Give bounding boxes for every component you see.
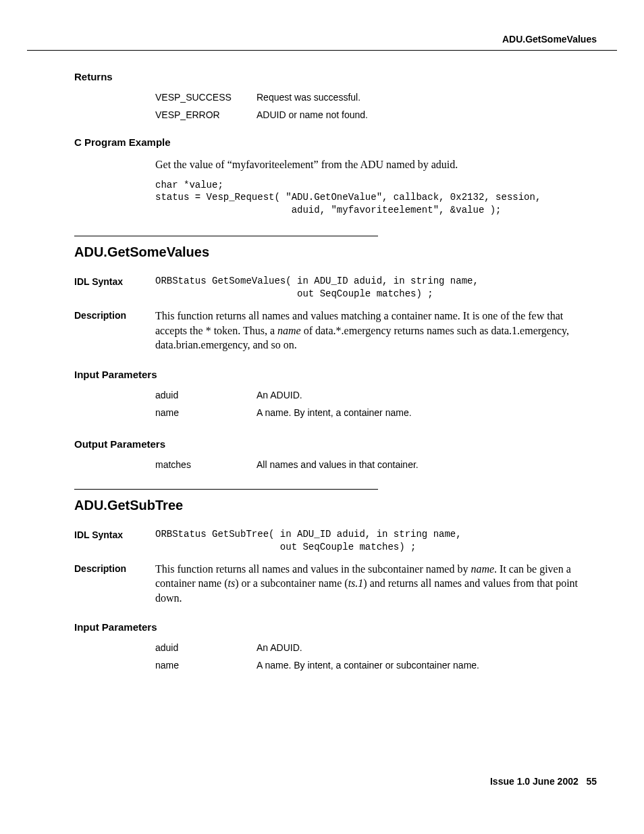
footer-page: 55	[586, 776, 597, 787]
param-key: aduid	[155, 642, 257, 653]
description-label: Description	[74, 309, 155, 321]
idl-syntax-code: ORBStatus GetSubTree( in ADU_ID aduid, i…	[155, 528, 590, 554]
desc-em: ts.1	[348, 577, 364, 589]
input-params-table: aduid An ADUID. name A name. By intent, …	[155, 390, 617, 418]
returns-table: VESP_SUCCESS Request was successful. VES…	[155, 92, 617, 120]
getsubtree-title: ADU.GetSubTree	[74, 498, 617, 513]
output-params-heading: Output Parameters	[74, 438, 617, 450]
page-header-title: ADU.GetSomeValues	[27, 34, 617, 51]
param-val: An ADUID.	[257, 642, 617, 653]
description-text: This function returns all names and valu…	[155, 562, 590, 606]
return-key: VESP_SUCCESS	[155, 92, 257, 103]
param-key: name	[155, 660, 257, 671]
table-row: aduid An ADUID.	[155, 390, 617, 400]
param-val: All names and values in that container.	[257, 459, 617, 470]
returns-heading: Returns	[74, 71, 617, 82]
return-val: ADUID or name not found.	[257, 109, 617, 120]
param-val: A name. By intent, a container or subcon…	[257, 660, 617, 671]
description-label: Description	[74, 562, 155, 574]
table-row: name A name. By intent, a container name…	[155, 407, 617, 418]
return-val: Request was successful.	[257, 92, 617, 103]
output-params-table: matches All names and values in that con…	[155, 459, 617, 470]
param-val: A name. By intent, a container name.	[257, 407, 617, 418]
table-row: VESP_ERROR ADUID or name not found.	[155, 109, 617, 120]
desc-em: name	[277, 325, 301, 336]
idl-syntax-label: IDL Syntax	[74, 528, 155, 540]
param-key: name	[155, 407, 257, 418]
description-row: Description This function returns all na…	[74, 562, 590, 606]
page: ADU.GetSomeValues Returns VESP_SUCCESS R…	[0, 0, 644, 834]
input-params-table: aduid An ADUID. name A name. By intent, …	[155, 642, 617, 671]
section-divider	[74, 236, 378, 236]
table-row: name A name. By intent, a container or s…	[155, 660, 617, 671]
description-row: Description This function returns all na…	[74, 309, 590, 353]
return-key: VESP_ERROR	[155, 109, 257, 120]
idl-syntax-label: IDL Syntax	[74, 275, 155, 287]
idl-syntax-row: IDL Syntax ORBStatus GetSomeValues( in A…	[74, 275, 590, 301]
idl-syntax-row: IDL Syntax ORBStatus GetSubTree( in ADU_…	[74, 528, 590, 554]
desc-em: name	[471, 563, 494, 575]
getsomevalues-title: ADU.GetSomeValues	[74, 244, 617, 260]
section-divider	[74, 489, 378, 490]
desc-em: ts	[228, 577, 236, 589]
input-params-heading: Input Parameters	[74, 369, 617, 380]
table-row: matches All names and values in that con…	[155, 459, 617, 470]
c-example-heading: C Program Example	[74, 136, 617, 148]
c-example-intro: Get the value of “myfavoriteelement” fro…	[155, 157, 590, 172]
idl-syntax-code: ORBStatus GetSomeValues( in ADU_ID aduid…	[155, 275, 590, 301]
page-footer: Issue 1.0 June 2002 55	[490, 776, 597, 787]
footer-issue: Issue 1.0 June 2002	[490, 776, 579, 787]
param-key: aduid	[155, 390, 257, 400]
description-text: This function returns all names and valu…	[155, 309, 590, 353]
desc-seg: This function returns all names and valu…	[155, 563, 471, 575]
param-val: An ADUID.	[257, 390, 617, 400]
input-params-heading: Input Parameters	[74, 621, 617, 633]
desc-seg: ) or a subcontainer name (	[235, 577, 348, 589]
table-row: VESP_SUCCESS Request was successful.	[155, 92, 617, 103]
table-row: aduid An ADUID.	[155, 642, 617, 653]
c-example-code: char *value; status = Vesp_Request( "ADU…	[155, 179, 590, 217]
param-key: matches	[155, 459, 257, 470]
